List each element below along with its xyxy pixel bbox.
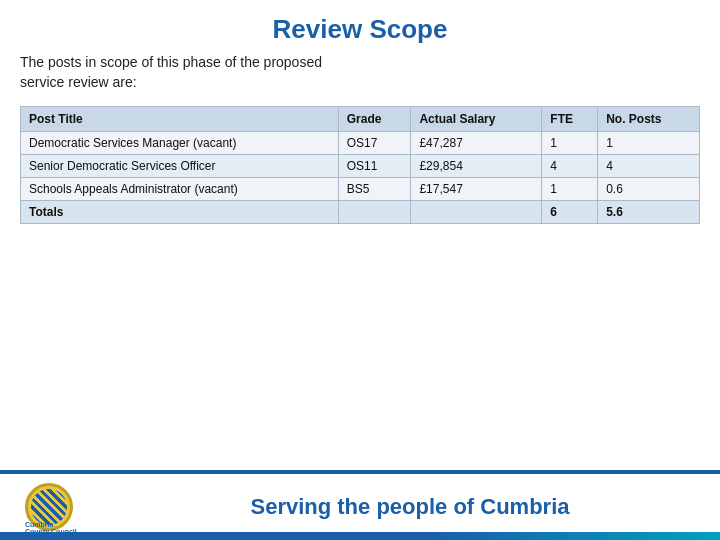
page-footer: Cumbria County Council Serving the peopl… [0,470,720,540]
footer-logo-area: Cumbria County Council [20,477,120,537]
table-cell: Senior Democratic Services Officer [21,155,339,178]
table-cell: 0.6 [598,178,700,201]
col-fte: FTE [542,107,598,132]
footer-tagline: Serving the people of Cumbria [120,494,700,520]
col-grade: Grade [338,107,411,132]
page-title: Review Scope [20,14,700,45]
table-cell: 6 [542,201,598,224]
table-cell: Democratic Services Manager (vacant) [21,132,339,155]
footer-bar [0,532,720,540]
table-header-row: Post Title Grade Actual Salary FTE No. P… [21,107,700,132]
table-cell: OS17 [338,132,411,155]
table-row: Democratic Services Manager (vacant)OS17… [21,132,700,155]
logo-inner [31,489,67,525]
table-cell [338,201,411,224]
col-no-posts: No. Posts [598,107,700,132]
table-cell: 1 [542,132,598,155]
cumbria-logo: Cumbria County Council [25,480,115,535]
table-cell: 4 [542,155,598,178]
table-cell: £17,547 [411,178,542,201]
col-actual-salary: Actual Salary [411,107,542,132]
table-cell: £29,854 [411,155,542,178]
table-body: Democratic Services Manager (vacant)OS17… [21,132,700,224]
scope-table: Post Title Grade Actual Salary FTE No. P… [20,106,700,224]
table-cell: 5.6 [598,201,700,224]
page-subtitle: The posts in scope of this phase of the … [20,53,700,92]
page-container: Review Scope The posts in scope of this … [0,0,720,540]
table-cell: OS11 [338,155,411,178]
table-cell [411,201,542,224]
table-row: Schools Appeals Administrator (vacant)BS… [21,178,700,201]
table-row: Totals65.6 [21,201,700,224]
table-cell: 4 [598,155,700,178]
table-cell: £47,287 [411,132,542,155]
table-cell: Schools Appeals Administrator (vacant) [21,178,339,201]
table-cell: Totals [21,201,339,224]
table-cell: 1 [542,178,598,201]
table-row: Senior Democratic Services OfficerOS11£2… [21,155,700,178]
table-cell: BS5 [338,178,411,201]
table-cell: 1 [598,132,700,155]
col-post-title: Post Title [21,107,339,132]
